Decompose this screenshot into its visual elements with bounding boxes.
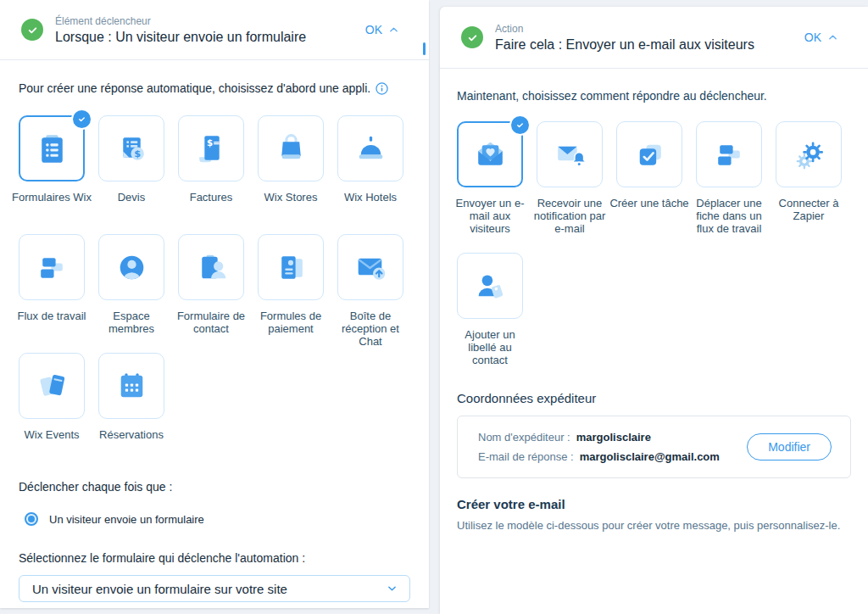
- app-tile-label: Factures: [170, 191, 252, 204]
- action-tile-label: Envoyer un e-mail aux visiteurs: [449, 197, 531, 235]
- quote-document-icon: [113, 130, 151, 168]
- app-tile-label: Flux de travail: [11, 310, 92, 322]
- action-panel-body: Maintenant, choisissez comment répondre …: [440, 89, 868, 532]
- sender-name-value: margolisclaire: [576, 427, 651, 447]
- action-category-label: Action: [495, 23, 754, 35]
- app-cell-factures: Factures: [178, 115, 244, 234]
- app-tile-label: Wix Events: [11, 428, 92, 441]
- trigger-panel-body: Pour créer une réponse automatique, choi…: [0, 81, 429, 602]
- app-tile-label: Formules de paiement: [250, 310, 331, 335]
- tickets-icon: [33, 367, 71, 405]
- sender-name-row: Nom d'expéditeur : margolisclaire: [478, 427, 748, 447]
- app-tile-formulaire-de-contact[interactable]: [178, 234, 244, 300]
- app-tile-formules-de-paiement[interactable]: [258, 234, 324, 300]
- app-tile-boite-de-reception[interactable]: [337, 234, 403, 300]
- chevron-up-icon: [828, 34, 837, 41]
- app-tile-label: Wix Stores: [250, 191, 331, 204]
- action-tile-zapier[interactable]: [776, 121, 842, 187]
- workflow-cards-icon: [710, 136, 748, 174]
- create-email-heading: Créer votre e-mail: [457, 497, 851, 511]
- app-tile-reservations[interactable]: [98, 353, 164, 419]
- action-cell-envoyer-email: Envoyer un e-mail aux visiteurs: [457, 121, 523, 253]
- action-tile-libelle-contact[interactable]: [457, 253, 523, 319]
- action-tile-creer-tache[interactable]: [616, 121, 682, 187]
- action-tile-grid: Envoyer un e-mail aux visiteurs Recevoir…: [457, 121, 851, 384]
- action-cell-creer-tache: Créer une tâche: [616, 121, 682, 253]
- app-tile-factures[interactable]: [178, 115, 244, 181]
- action-intro: Maintenant, choisissez comment répondre …: [457, 89, 851, 103]
- trigger-ok-button[interactable]: OK: [365, 23, 398, 36]
- trigger-category-label: Élément déclencheur: [55, 15, 306, 27]
- action-panel-header: Action Faire cela : Envoyer un e-mail au…: [440, 7, 868, 69]
- app-tile-wix-events[interactable]: [19, 353, 85, 419]
- action-tile-notification[interactable]: [537, 121, 603, 187]
- contact-form-icon: [192, 248, 231, 287]
- app-tile-label: Formulaires Wix: [11, 191, 92, 204]
- selected-check-badge-icon: [509, 114, 531, 136]
- email-notification-icon: [551, 136, 589, 174]
- action-ok-label: OK: [804, 31, 821, 44]
- trigger-intro: Pour créer une réponse automatique, choi…: [19, 81, 410, 95]
- app-tile-espace-membres[interactable]: [98, 234, 164, 300]
- modify-sender-button[interactable]: Modifier: [747, 433, 832, 460]
- sender-name-label: Nom d'expéditeur :: [478, 427, 570, 447]
- app-cell-wix-hotels: Wix Hotels: [337, 115, 403, 234]
- trigger-frequency-heading: Déclencher chaque fois que :: [19, 480, 410, 494]
- service-bell-icon: [352, 130, 390, 168]
- trigger-radio-label: Un visiteur envoie un formulaire: [49, 513, 204, 526]
- app-tile-grid: Formulaires Wix Devis Factures Wix Store…: [19, 115, 410, 472]
- inbox-chat-icon: [352, 248, 390, 287]
- clipboard-icon: [33, 130, 71, 168]
- app-cell-devis: Devis: [98, 115, 164, 234]
- app-tile-flux-de-travail[interactable]: [19, 234, 85, 300]
- gears-icon: [790, 136, 828, 174]
- trigger-header-text: Élément déclencheur Lorsque : Un visiteu…: [55, 15, 306, 45]
- email-heart-icon: [471, 136, 509, 174]
- create-email-subtitle: Utilisez le modèle ci-dessous pour créer…: [457, 519, 851, 532]
- app-cell-formulaires-wix: Formulaires Wix: [19, 115, 85, 234]
- contact-label-icon: [471, 267, 509, 305]
- success-check-icon: [461, 26, 483, 48]
- app-cell-boite-de-reception: Boîte de réception et Chat: [337, 234, 403, 353]
- form-select-label: Sélectionnez le formulaire qui déclenche…: [19, 551, 410, 565]
- trigger-panel: Élément déclencheur Lorsque : Un visiteu…: [0, 0, 429, 608]
- trigger-panel-header: Élément déclencheur Lorsque : Un visiteu…: [0, 0, 429, 60]
- app-cell-formules-de-paiement: Formules de paiement: [258, 234, 324, 353]
- app-tile-devis[interactable]: [98, 115, 164, 181]
- action-cell-libelle-contact: Ajouter un libellé au contact: [457, 253, 523, 384]
- app-tile-wix-hotels[interactable]: [337, 115, 403, 181]
- action-panel: Action Faire cela : Envoyer un e-mail au…: [440, 7, 868, 614]
- payment-form-icon: [272, 248, 310, 287]
- action-intro-text: Maintenant, choisissez comment répondre …: [457, 89, 767, 103]
- sender-details-heading: Coordonnées expéditeur: [457, 391, 851, 405]
- sender-email-value: margolisclaire@gmail.com: [580, 447, 720, 466]
- radio-selected-icon[interactable]: [25, 512, 38, 526]
- app-cell-wix-stores: Wix Stores: [258, 115, 324, 234]
- action-tile-label: Déplacer une fiche dans un flux de trava…: [688, 197, 770, 235]
- invoice-icon: [192, 130, 231, 168]
- action-cell-zapier: Connecter à Zapier: [776, 121, 842, 253]
- info-icon[interactable]: [376, 82, 388, 95]
- calendar-icon: [113, 367, 151, 405]
- trigger-intro-text: Pour créer une réponse automatique, choi…: [19, 81, 370, 95]
- app-tile-label: Formulaire de contact: [170, 310, 252, 335]
- sender-email-label: E-mail de réponse :: [478, 447, 574, 466]
- action-tile-deplacer-fiche[interactable]: [696, 121, 762, 187]
- app-cell-wix-events: Wix Events: [19, 353, 85, 472]
- chevron-up-icon: [389, 26, 398, 33]
- app-tile-wix-stores[interactable]: [258, 115, 324, 181]
- action-tile-envoyer-email[interactable]: [457, 121, 523, 187]
- form-select-value: Un visiteur envoie un formulaire sur vot…: [32, 582, 287, 596]
- action-tile-label: Recevoir une notification par e-mail: [529, 197, 610, 235]
- chevron-down-icon: [387, 585, 397, 592]
- action-ok-button[interactable]: OK: [804, 31, 837, 44]
- form-select-dropdown[interactable]: Un visiteur envoie un formulaire sur vot…: [19, 575, 410, 602]
- app-tile-label: Wix Hotels: [330, 191, 411, 204]
- app-tile-formulaires-wix[interactable]: [19, 115, 85, 181]
- app-cell-espace-membres: Espace membres: [98, 234, 164, 353]
- success-check-icon: [21, 19, 43, 41]
- left-panel-scrollbar[interactable]: [423, 42, 426, 55]
- trigger-radio-option[interactable]: Un visiteur envoie un formulaire: [25, 512, 410, 526]
- app-tile-label: Devis: [91, 191, 172, 204]
- action-tile-label: Ajouter un libellé au contact: [449, 328, 531, 366]
